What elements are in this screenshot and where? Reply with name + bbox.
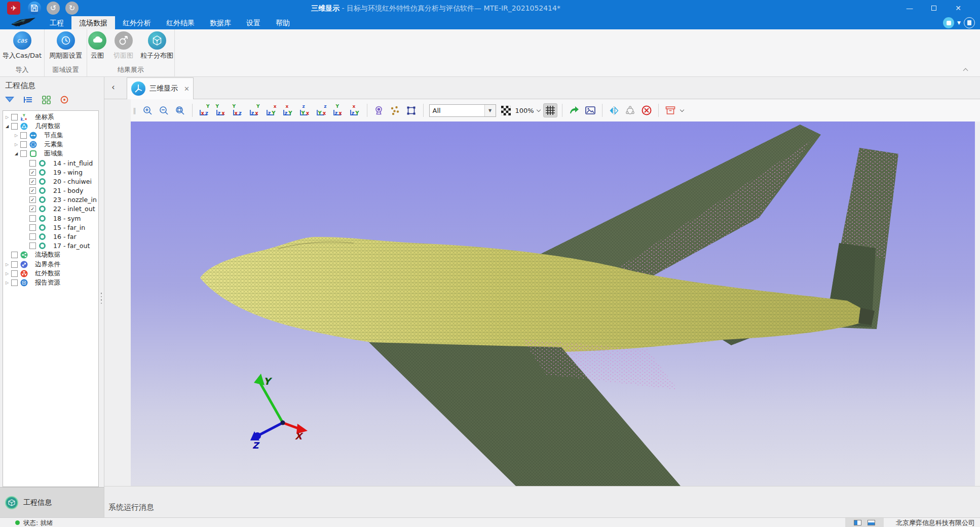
restore-button[interactable] bbox=[922, 0, 946, 16]
surface-nodes-button[interactable] bbox=[623, 103, 637, 117]
archive-box-button[interactable] bbox=[663, 103, 677, 117]
tree-item[interactable]: ▷边界条件 bbox=[3, 260, 98, 269]
mirror-button[interactable] bbox=[607, 103, 621, 117]
tree-item[interactable]: ▷节点集 bbox=[3, 131, 98, 140]
ribbon-collapse-button[interactable] bbox=[964, 67, 969, 72]
expander-icon[interactable]: ▷ bbox=[4, 280, 10, 285]
ribbon-button-particle[interactable]: 粒子分布图 bbox=[138, 31, 175, 60]
tree-checkbox[interactable] bbox=[29, 215, 36, 222]
view-orientation-button[interactable]: xzY bbox=[232, 104, 244, 116]
tree-item[interactable]: ▷Yzx坐标系 bbox=[3, 112, 98, 121]
save-icon[interactable] bbox=[28, 2, 41, 15]
splitter-handle[interactable] bbox=[99, 293, 103, 304]
view-orientation-button[interactable]: zYx bbox=[349, 104, 361, 116]
particles-button[interactable] bbox=[388, 103, 402, 117]
box-select-button[interactable] bbox=[404, 103, 419, 117]
tree-checkbox[interactable]: ✓ bbox=[29, 196, 36, 203]
tree-item[interactable]: ◢面域集 bbox=[3, 149, 98, 158]
display-filter-combobox[interactable]: All ▼ bbox=[429, 104, 496, 117]
view-orientation-button[interactable]: Yxz bbox=[315, 104, 328, 116]
filter-icon[interactable] bbox=[4, 94, 15, 105]
ribbon-button-clock[interactable]: 周期面设置 bbox=[47, 31, 84, 60]
tree-checkbox[interactable]: ✓ bbox=[29, 169, 36, 176]
tree-checkbox[interactable] bbox=[20, 141, 27, 148]
tree-checkbox[interactable]: ✓ bbox=[29, 187, 36, 194]
tree-item[interactable]: 14 - int_fluid bbox=[3, 158, 98, 168]
tree-checkbox[interactable] bbox=[11, 261, 18, 268]
ribbon-button-cas[interactable]: cas导入Cas/Dat bbox=[1, 31, 44, 60]
tree-item[interactable]: ▷元素集 bbox=[3, 140, 98, 149]
zoom-fit-button[interactable] bbox=[173, 103, 187, 117]
tree-checkbox[interactable] bbox=[29, 242, 36, 249]
tree-item[interactable]: ◢几何数据 bbox=[3, 121, 98, 131]
layout-bottom-toggle-icon[interactable] bbox=[868, 520, 875, 525]
expander-icon[interactable]: ▷ bbox=[4, 115, 10, 119]
expander-icon[interactable]: ▷ bbox=[4, 271, 10, 276]
combobox-dropdown-button[interactable]: ▼ bbox=[484, 105, 496, 116]
view-orientation-button[interactable]: zxY bbox=[332, 104, 345, 116]
tree-checkbox[interactable] bbox=[11, 252, 18, 258]
panel-bottom-bar[interactable]: 工程信息 bbox=[0, 487, 104, 517]
tree-checkbox[interactable] bbox=[11, 114, 18, 120]
tab-close-icon[interactable]: ✕ bbox=[184, 85, 190, 93]
toolbar-grip[interactable]: ∥ bbox=[133, 107, 137, 114]
show-mesh-button[interactable] bbox=[543, 103, 557, 117]
view-orientation-button[interactable]: zYx bbox=[265, 104, 278, 116]
tree-item[interactable]: 流场数据 bbox=[3, 251, 98, 260]
app-icon[interactable]: ✈ bbox=[7, 2, 20, 15]
expander-icon[interactable]: ◢ bbox=[4, 124, 10, 129]
run-mode-icon[interactable] bbox=[943, 17, 954, 28]
tree-checkbox[interactable] bbox=[20, 150, 27, 157]
zoom-caret-icon[interactable] bbox=[536, 107, 540, 111]
menu-item[interactable]: 帮助 bbox=[268, 16, 297, 29]
view-orientation-button[interactable]: xzY bbox=[198, 104, 211, 116]
list-view-icon[interactable] bbox=[22, 94, 33, 105]
tree-item[interactable]: ▷报告资源 bbox=[3, 278, 98, 287]
tree-checkbox[interactable] bbox=[11, 123, 18, 130]
tree-item[interactable]: 17 - far_out bbox=[3, 241, 98, 251]
target-icon[interactable] bbox=[59, 94, 70, 105]
minimize-button[interactable]: — bbox=[898, 0, 921, 16]
zoom-out-button[interactable] bbox=[157, 103, 171, 117]
tree-checkbox[interactable] bbox=[29, 160, 36, 167]
tree-item[interactable]: ✓20 - chuiwei bbox=[3, 177, 98, 186]
tree-checkbox[interactable]: ✓ bbox=[29, 178, 36, 185]
menu-item[interactable]: 工程 bbox=[42, 16, 71, 29]
tree-item[interactable]: ✓21 - body bbox=[3, 186, 98, 195]
export-forward-button[interactable] bbox=[567, 103, 581, 117]
tree-item[interactable]: ▷红外数据 bbox=[3, 269, 98, 278]
view-orientation-button[interactable]: zxY bbox=[215, 104, 228, 116]
tree-checkbox[interactable] bbox=[11, 279, 18, 286]
screenshot-button[interactable] bbox=[583, 103, 597, 117]
tab-scroll-left-icon[interactable]: ‹ bbox=[111, 82, 115, 92]
expander-icon[interactable]: ▷ bbox=[4, 262, 10, 267]
tree-checkbox[interactable] bbox=[20, 132, 27, 139]
expander-icon[interactable]: ◢ bbox=[13, 151, 19, 156]
grid-view-icon[interactable] bbox=[41, 94, 52, 105]
zoom-level-value[interactable]: 100% bbox=[515, 107, 534, 114]
expander-icon[interactable]: ▷ bbox=[13, 133, 19, 138]
probe-camera-button[interactable] bbox=[372, 103, 386, 117]
close-button[interactable]: ✕ bbox=[947, 0, 970, 16]
transparency-checker-icon[interactable] bbox=[499, 103, 513, 117]
undo-icon[interactable]: ↺ bbox=[47, 2, 60, 15]
menu-item[interactable]: 数据库 bbox=[202, 16, 239, 29]
view-orientation-button[interactable]: Yxz bbox=[298, 104, 311, 116]
tree-checkbox[interactable] bbox=[29, 233, 36, 240]
tree-item[interactable]: 16 - far bbox=[3, 232, 98, 241]
archive-caret-icon[interactable] bbox=[680, 107, 684, 111]
view-orientation-button[interactable]: zxY bbox=[248, 104, 261, 116]
tab-3d-display[interactable]: 三维显示 ✕ bbox=[127, 77, 194, 99]
tree-checkbox[interactable]: ✓ bbox=[29, 206, 36, 212]
layout-left-toggle-icon[interactable] bbox=[854, 520, 861, 525]
cancel-operation-button[interactable] bbox=[639, 103, 654, 117]
ribbon-button-cloud[interactable]: 云图 bbox=[86, 31, 108, 60]
tree-item[interactable]: ✓23 - nozzle_in bbox=[3, 195, 98, 205]
tree-item[interactable]: 15 - far_in bbox=[3, 223, 98, 232]
menu-item[interactable]: 红外结果 bbox=[159, 16, 202, 29]
tree-checkbox[interactable] bbox=[29, 224, 36, 231]
help-book-icon[interactable] bbox=[964, 17, 975, 28]
zoom-in-button[interactable] bbox=[141, 103, 155, 117]
menu-item[interactable]: 流场数据 bbox=[71, 16, 115, 29]
view-orientation-button[interactable]: zYx bbox=[282, 104, 294, 116]
